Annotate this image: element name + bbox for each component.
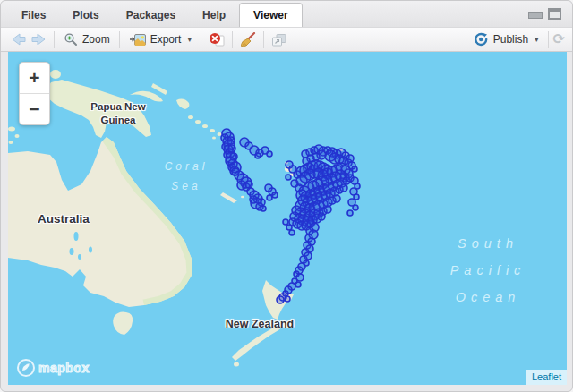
publish-button-label: Publish	[493, 33, 528, 46]
forward-arrow-icon	[30, 32, 47, 47]
magnifier-icon	[64, 32, 78, 47]
maximize-icon[interactable]	[548, 8, 561, 20]
export-image-icon	[129, 33, 146, 47]
minimize-icon[interactable]	[528, 12, 543, 19]
export-button-label: Export	[150, 33, 182, 46]
tab-plots[interactable]: Plots	[59, 4, 112, 27]
publish-icon	[474, 32, 489, 47]
zoom-button-label: Zoom	[82, 33, 110, 46]
map-zoom-control: + −	[19, 62, 50, 125]
label-south-pacific-ocean: South Pacific Ocean	[450, 230, 526, 311]
toolbar-separator	[54, 31, 55, 48]
remove-viewer-item-button[interactable]	[206, 32, 227, 47]
mapbox-icon	[17, 359, 35, 377]
label-coral-sea: Coral Sea	[165, 157, 209, 196]
leaflet-link[interactable]: Leaflet	[532, 371, 561, 382]
leaflet-map[interactable]: Papua New Guinea Coral Sea Australia New…	[8, 52, 567, 385]
export-caret-icon: ▾	[187, 35, 192, 44]
mapbox-wordmark: mapbox	[38, 361, 90, 375]
tab-packages[interactable]: Packages	[113, 4, 189, 27]
rstudio-viewer-pane: Files Plots Packages Help Viewer	[0, 0, 573, 392]
tab-help[interactable]: Help	[189, 4, 239, 27]
clear-all-button[interactable]	[237, 32, 259, 47]
label-papua-new-guinea: Papua New Guinea	[90, 100, 145, 127]
delete-icon	[209, 32, 225, 47]
forward-button[interactable]	[29, 32, 49, 47]
pane-tab-bar: Files Plots Packages Help Viewer	[1, 1, 572, 27]
broom-icon	[240, 32, 256, 47]
label-new-zealand: New Zealand	[226, 318, 294, 330]
zoom-in-button[interactable]: +	[20, 63, 49, 94]
toolbar-separator	[548, 31, 549, 48]
back-button[interactable]	[8, 32, 29, 47]
tab-files[interactable]: Files	[8, 4, 59, 27]
refresh-button[interactable]: ⟳	[553, 32, 565, 47]
zoom-button[interactable]: Zoom	[59, 30, 115, 48]
mapbox-logo[interactable]: mapbox	[17, 359, 90, 377]
export-button[interactable]: Export ▾	[124, 31, 196, 48]
leaflet-attribution: Leaflet	[526, 370, 567, 385]
zoom-out-button[interactable]: −	[20, 94, 49, 124]
tab-viewer[interactable]: Viewer	[239, 3, 302, 27]
viewer-toolbar: Zoom Export ▾	[1, 27, 572, 52]
toolbar-separator	[119, 31, 120, 48]
open-in-new-window-button[interactable]	[269, 33, 289, 47]
back-arrow-icon	[10, 32, 27, 47]
label-australia: Australia	[38, 212, 90, 226]
popup-window-icon	[271, 33, 286, 47]
publish-button[interactable]: Publish ▾	[469, 30, 543, 48]
toolbar-separator	[263, 31, 264, 48]
toolbar-separator	[232, 31, 233, 48]
toolbar-separator	[201, 31, 201, 48]
pane-window-controls	[528, 8, 561, 20]
publish-caret-icon: ▾	[535, 35, 539, 44]
